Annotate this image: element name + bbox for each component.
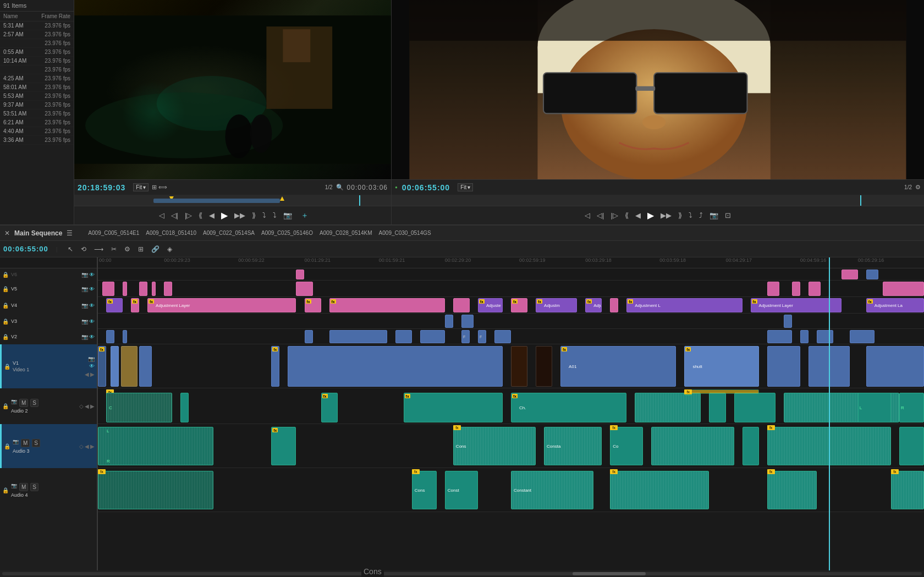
- v4-lock-icon[interactable]: 🔒: [2, 303, 9, 309]
- program-mark-in[interactable]: ◁: [582, 210, 592, 221]
- a3-clip-1[interactable]: L R: [98, 427, 213, 465]
- project-row-2[interactable]: 23.976 fps: [0, 39, 74, 48]
- program-mark-out[interactable]: |▷: [609, 210, 620, 221]
- v5-clip-1[interactable]: [102, 282, 115, 296]
- program-step-fwd[interactable]: ▶▶: [658, 210, 674, 221]
- timeline-menu-icon[interactable]: ☰: [67, 229, 73, 237]
- v1-clip-9[interactable]: fx A01: [560, 346, 676, 387]
- program-mark-clip[interactable]: ◁|: [595, 210, 606, 221]
- v2-clip-10[interactable]: [767, 330, 792, 343]
- v5-clip-9[interactable]: [809, 282, 821, 296]
- v4-clip-2[interactable]: fx: [131, 298, 139, 312]
- program-go-prev[interactable]: ⟪: [623, 210, 631, 221]
- a3-m-btn[interactable]: M: [21, 439, 30, 447]
- v6-lock-icon[interactable]: 🔒: [2, 272, 9, 278]
- v2-clip-8[interactable]: F: [478, 330, 486, 343]
- source-zoom-icon[interactable]: 🔍: [336, 184, 344, 191]
- a2-clip-3[interactable]: fx: [321, 393, 338, 422]
- v4-adj-5[interactable]: fx Adjustment L: [626, 298, 742, 312]
- v1-clip-4[interactable]: [139, 346, 152, 387]
- v5-track-content[interactable]: [98, 281, 924, 297]
- v4-camera-icon[interactable]: 📷: [81, 303, 88, 309]
- v1-prev-arrow[interactable]: ◀: [85, 371, 89, 377]
- a2-clip-11[interactable]: L: [858, 393, 891, 422]
- project-row-1[interactable]: 2:57 AM23.976 fps: [0, 30, 74, 39]
- a3-clip-3[interactable]: Cons: [453, 427, 536, 465]
- v6-clip-3[interactable]: [866, 270, 879, 279]
- a4-clip-6[interactable]: [767, 471, 817, 509]
- a3-clip-7[interactable]: [743, 427, 759, 465]
- v2-clip-2[interactable]: [123, 330, 127, 343]
- a4-s-btn[interactable]: S: [30, 483, 38, 491]
- source-add-btn[interactable]: ＋: [301, 211, 309, 221]
- a4-clip-3[interactable]: Const: [445, 471, 478, 509]
- source-step-fwd[interactable]: ▶▶: [232, 210, 248, 221]
- v4-adj-7[interactable]: fx Adjustment La: [866, 298, 924, 312]
- a4-clip-7[interactable]: [891, 471, 924, 509]
- project-row-9[interactable]: 9:37 AM23.976 fps: [0, 101, 74, 109]
- v2-clip-5[interactable]: [395, 330, 412, 343]
- v6-clip-1[interactable]: [296, 270, 304, 279]
- tl-track-select[interactable]: ⟶: [92, 244, 106, 254]
- v1-clip-13[interactable]: [866, 346, 924, 387]
- v1-clip-12[interactable]: [809, 346, 850, 387]
- a4-clip-2[interactable]: Cons: [412, 471, 437, 509]
- v2-clip-13[interactable]: [850, 330, 875, 343]
- v1-clip-2[interactable]: [111, 346, 119, 387]
- a2-prev-arrow[interactable]: ◀: [85, 403, 89, 409]
- source-mark-out[interactable]: ◁|: [169, 210, 180, 221]
- v3-lock-icon[interactable]: 🔒: [2, 318, 9, 325]
- v1-clip-11[interactable]: [767, 346, 800, 387]
- program-lift[interactable]: ⤵: [686, 210, 695, 221]
- program-play[interactable]: ▶: [645, 209, 656, 222]
- a2-clip-5[interactable]: fx Ch.: [511, 393, 626, 422]
- program-fit-dropdown[interactable]: Fit ▾: [458, 183, 473, 191]
- a2-clip-9[interactable]: fx: [684, 389, 758, 394]
- v6-track-content[interactable]: [98, 268, 924, 281]
- v5-clip-7[interactable]: [767, 282, 780, 296]
- source-step-back[interactable]: ◀: [207, 210, 217, 221]
- source-mark-clip[interactable]: |▷: [183, 210, 194, 221]
- tl-settings[interactable]: ⚙: [122, 244, 133, 254]
- v4-clip-3[interactable]: fx: [305, 298, 321, 312]
- v5-clip-8[interactable]: [792, 282, 800, 296]
- project-row-8[interactable]: 5:53 AM23.976 fps: [0, 92, 74, 101]
- v4-clip-1[interactable]: fx: [106, 298, 123, 312]
- source-play[interactable]: ▶: [219, 209, 230, 222]
- v4-adj-1[interactable]: fx Adjustment Layer: [147, 298, 296, 312]
- v1-clip-1[interactable]: fx: [98, 346, 106, 387]
- a3-next-arrow[interactable]: ▶: [90, 443, 95, 449]
- a2-clip-7[interactable]: [709, 393, 725, 422]
- a4-clip-5[interactable]: [610, 471, 709, 509]
- v3-track-content[interactable]: [98, 314, 924, 329]
- v5-camera-icon[interactable]: 📷: [81, 286, 88, 292]
- source-timebar[interactable]: [74, 195, 391, 206]
- source-mark-in[interactable]: ◁: [157, 210, 167, 221]
- v2-clip-3[interactable]: [305, 330, 313, 343]
- v2-track-content[interactable]: F F: [98, 329, 924, 344]
- v2-eye-icon[interactable]: 👁: [89, 334, 95, 340]
- a4-m-btn[interactable]: M: [19, 483, 28, 491]
- a2-clip-4[interactable]: fx: [404, 393, 503, 422]
- a2-s-btn[interactable]: S: [30, 399, 38, 407]
- project-row-13[interactable]: 3:36 AM23.976 fps: [0, 136, 74, 145]
- v3-clip-3[interactable]: [784, 315, 792, 328]
- project-row-4[interactable]: 10:14 AM23.976 fps: [0, 57, 74, 65]
- a4-clip-4[interactable]: Constant: [511, 471, 593, 509]
- project-row-3[interactable]: 0:55 AM23.976 fps: [0, 48, 74, 57]
- v5-clip-5[interactable]: [164, 282, 172, 296]
- v5-clip-2[interactable]: [123, 282, 127, 296]
- source-go-in[interactable]: ⟪: [196, 210, 205, 221]
- a3-clip-8[interactable]: [767, 427, 891, 465]
- v4-adj-3[interactable]: fx Adjustm: [536, 298, 577, 312]
- v4-clip-6[interactable]: fx: [511, 298, 527, 312]
- v2-lock-icon[interactable]: 🔒: [2, 334, 9, 340]
- a3-keyframe-icon[interactable]: ◇: [79, 443, 84, 449]
- a2-m-btn[interactable]: M: [19, 399, 28, 407]
- project-row-11[interactable]: 6:21 AM23.976 fps: [0, 118, 74, 127]
- timeline-scrollbar[interactable]: [0, 570, 924, 577]
- v4-clip-7[interactable]: [610, 298, 618, 312]
- v1-camera-icon[interactable]: 📷: [88, 356, 95, 362]
- v4-clip-5[interactable]: [453, 298, 470, 312]
- v3-eye-icon[interactable]: 👁: [89, 318, 95, 325]
